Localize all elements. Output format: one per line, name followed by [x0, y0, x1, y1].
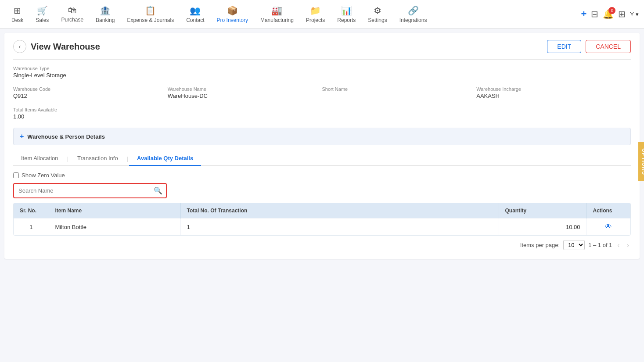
grid-view-button[interactable]: ⊟: [591, 9, 598, 19]
search-button[interactable]: 🔍: [154, 186, 162, 195]
notifications-button[interactable]: 🔔 0: [603, 9, 614, 19]
total-items-label: Total Items Available: [13, 107, 631, 112]
search-input[interactable]: [14, 184, 166, 197]
user-menu[interactable]: Y ▾: [630, 11, 639, 18]
nav-settings[interactable]: ⚙ Settings: [362, 0, 393, 29]
tab-separator-1: |: [66, 155, 69, 162]
table-cell-actions: 👁: [586, 219, 630, 236]
accordion-label: Warehouse & Person Details: [27, 133, 105, 140]
col-header-actions: Actions: [586, 203, 630, 219]
inventory-icon: 📦: [227, 5, 238, 16]
nav-banking[interactable]: 🏦 Banking: [90, 0, 121, 29]
total-items-value: 1.00: [13, 113, 631, 120]
user-initial: Y: [630, 11, 634, 18]
nav-desk-label: Desk: [11, 17, 23, 23]
edit-button[interactable]: EDIT: [547, 40, 581, 53]
reports-icon: 📊: [341, 5, 352, 16]
notification-badge: 0: [608, 7, 615, 14]
nav-purchase-label: Purchase: [61, 17, 83, 23]
pagination-prev-button[interactable]: ‹: [615, 240, 621, 250]
sales-icon: 🛒: [37, 5, 48, 16]
table-cell-transaction-count: 1: [180, 219, 499, 236]
page-header-left: ‹ View Warehouse: [13, 40, 100, 53]
nav-integrations[interactable]: 🔗 Integrations: [393, 0, 433, 29]
search-icon: 🔍: [154, 187, 162, 194]
show-zero-value-label: Show Zero Value: [22, 172, 65, 179]
main-content: ‹ View Warehouse EDIT CANCEL Warehouse T…: [4, 33, 640, 259]
col-header-item-name: Item Name: [49, 203, 180, 219]
nav-projects-label: Projects: [306, 17, 325, 23]
tab-transaction-info[interactable]: Transaction Info: [69, 151, 126, 166]
nav-sales-label: Sales: [36, 17, 49, 23]
col-header-srno: Sr. No.: [14, 203, 49, 219]
total-items-row: Total Items Available 1.00: [13, 107, 631, 123]
projects-icon: 📁: [310, 5, 321, 16]
page-header: ‹ View Warehouse EDIT CANCEL: [13, 40, 631, 60]
nav-manufacturing-label: Manufacturing: [260, 17, 294, 23]
warehouse-info-row: Warehouse Code Q912 Warehouse Name WareH…: [13, 86, 631, 103]
show-zero-value-checkbox[interactable]: [13, 172, 19, 178]
warehouse-type-field: Warehouse Type Single-Level Storage: [13, 66, 631, 79]
incharge-label: Warehouse Incharge: [476, 86, 631, 92]
items-per-page-select[interactable]: 10 25 50: [563, 240, 585, 250]
col-header-transaction: Total No. Of Transaction: [180, 203, 499, 219]
nav-reports-label: Reports: [337, 17, 356, 23]
add-button[interactable]: +: [581, 8, 586, 20]
contact-icon: 👥: [190, 5, 201, 16]
page-title: View Warehouse: [31, 42, 100, 52]
show-zero-value-checkbox-label[interactable]: Show Zero Value: [13, 172, 65, 179]
nav-purchase[interactable]: 🛍 Purchase: [55, 0, 90, 29]
tab-item-allocation[interactable]: Item Allocation: [13, 151, 66, 166]
purchase-icon: 🛍: [68, 5, 77, 15]
nav-pro-inventory[interactable]: 📦 Pro Inventory: [211, 0, 254, 29]
pagination-row: Items per page: 10 25 50 1 – 1 of 1 ‹ ›: [13, 240, 631, 250]
warehouse-person-accordion[interactable]: + Warehouse & Person Details: [13, 128, 631, 145]
header-actions: EDIT CANCEL: [547, 40, 631, 53]
total-items-field: Total Items Available 1.00: [13, 107, 631, 120]
nav-contact[interactable]: 👥 Contact: [180, 0, 210, 29]
nav-desk[interactable]: ⊞ Desk: [5, 0, 29, 29]
cancel-button[interactable]: CANCEL: [586, 40, 631, 53]
nav-projects[interactable]: 📁 Projects: [300, 0, 331, 29]
qty-details-table-container: Sr. No. Item Name Total No. Of Transacti…: [13, 203, 631, 236]
nav-banking-label: Banking: [96, 17, 115, 23]
short-name-field: Short Name: [322, 86, 477, 99]
nav-manufacturing[interactable]: 🏭 Manufacturing: [254, 0, 300, 29]
nav-contact-label: Contact: [186, 17, 204, 23]
nav-expense-journals[interactable]: 📋 Expense & Journals: [121, 0, 180, 29]
nav-settings-label: Settings: [368, 17, 387, 23]
warehouse-name-value: WareHouse-DC: [168, 93, 322, 99]
pagination-next-button[interactable]: ›: [625, 240, 631, 250]
options-sidebar-tab[interactable]: OPTIONS: [638, 142, 644, 181]
back-button[interactable]: ‹: [13, 40, 26, 53]
pagination-range: 1 – 1 of 1: [588, 242, 612, 248]
warehouse-code-field: Warehouse Code Q912: [13, 86, 168, 99]
warehouse-code-value: Q912: [13, 93, 168, 99]
qty-details-table: Sr. No. Item Name Total No. Of Transacti…: [14, 203, 630, 235]
incharge-value: AAKASH: [476, 93, 631, 99]
warehouse-type-label: Warehouse Type: [13, 66, 631, 71]
view-row-button[interactable]: 👁: [605, 223, 612, 230]
warehouse-type-row: Warehouse Type Single-Level Storage: [13, 66, 631, 82]
tab-available-qty-details[interactable]: Available Qty Details: [129, 151, 201, 166]
nav-reports[interactable]: 📊 Reports: [331, 0, 362, 29]
accordion-header[interactable]: + Warehouse & Person Details: [14, 128, 630, 145]
items-per-page-label: Items per page:: [520, 242, 560, 248]
expense-icon: 📋: [145, 5, 156, 16]
nav-items: ⊞ Desk 🛒 Sales 🛍 Purchase 🏦 Banking 📋 Ex…: [5, 0, 581, 29]
table-cell-item-name: Milton Bottle: [49, 219, 180, 236]
nav-sales[interactable]: 🛒 Sales: [29, 0, 55, 29]
short-name-label: Short Name: [322, 86, 477, 92]
apps-button[interactable]: ⊞: [618, 9, 626, 19]
tab-bar: Item Allocation | Transaction Info | Ava…: [13, 151, 631, 166]
settings-icon: ⚙: [374, 5, 381, 16]
nav-inventory-label: Pro Inventory: [217, 17, 248, 23]
filter-row: Show Zero Value: [13, 172, 631, 179]
banking-icon: 🏦: [100, 5, 111, 16]
nav-integrations-label: Integrations: [399, 17, 427, 23]
nav-right-actions: + ⊟ 🔔 0 ⊞ Y ▾: [581, 8, 639, 20]
integrations-icon: 🔗: [408, 5, 419, 16]
incharge-field: Warehouse Incharge AAKASH: [476, 86, 631, 99]
col-header-quantity: Quantity: [499, 203, 586, 219]
top-navigation: ⊞ Desk 🛒 Sales 🛍 Purchase 🏦 Banking 📋 Ex…: [0, 0, 644, 29]
